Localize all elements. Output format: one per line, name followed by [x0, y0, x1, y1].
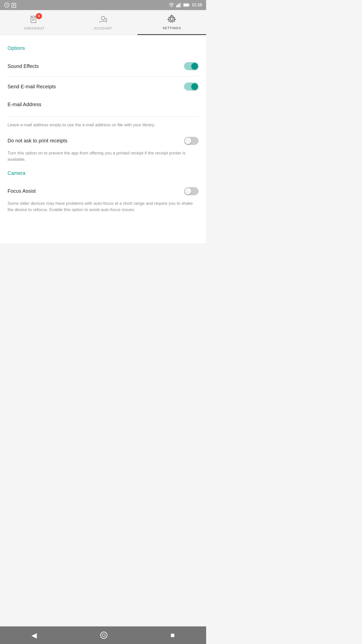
camera-section: Camera Focus Assist Some older devices m… — [8, 170, 199, 216]
email-receipts-toggle[interactable] — [184, 83, 199, 91]
status-bar: 11:15 — [0, 0, 206, 10]
settings-icon — [167, 14, 176, 25]
email-address-section: E-mail Address — [8, 97, 199, 117]
account-icon — [99, 15, 108, 25]
sim-icon — [12, 2, 16, 8]
account-label: ACCOUNT — [94, 26, 112, 30]
email-address-input[interactable] — [8, 109, 199, 117]
tab-settings[interactable]: SETTINGS — [138, 10, 206, 35]
svg-rect-10 — [180, 3, 181, 7]
sound-effects-label: Sound Effects — [8, 63, 39, 69]
focus-assist-thumb — [185, 188, 191, 194]
status-right-icons: 11:15 — [169, 3, 202, 7]
top-navigation: 4 CHECKOUT ACCOUNT SETTINGS — [0, 10, 206, 35]
focus-assist-row: Focus Assist — [8, 181, 199, 195]
print-receipts-row: Do not ask to print receipts — [8, 131, 199, 145]
tab-checkout[interactable]: 4 CHECKOUT — [0, 10, 69, 35]
svg-point-22 — [170, 17, 173, 20]
print-receipts-thumb — [185, 138, 191, 144]
signal-icon — [176, 3, 181, 7]
email-receipts-row: Send E-mail Receipts — [8, 76, 199, 97]
email-address-label: E-mail Address — [8, 102, 199, 107]
svg-rect-7 — [176, 5, 177, 7]
svg-rect-3 — [12, 3, 16, 8]
svg-point-6 — [171, 7, 172, 8]
alarm-icon — [4, 2, 10, 8]
print-receipts-toggle[interactable] — [184, 137, 199, 145]
svg-rect-13 — [184, 4, 189, 6]
email-receipts-label: Send E-mail Receipts — [8, 84, 56, 90]
print-receipts-hint: Turn this option on to prevent the app f… — [8, 145, 199, 165]
email-receipts-thumb — [191, 83, 198, 90]
focus-assist-hint: Some older devices may have problems wit… — [8, 195, 199, 216]
wifi-icon — [169, 3, 174, 7]
checkout-badge: 4 — [36, 13, 42, 19]
email-hint-text: Leave e-mail address empty to use the e-… — [8, 117, 199, 131]
svg-rect-12 — [189, 4, 190, 6]
svg-rect-9 — [179, 4, 180, 7]
camera-header: Camera — [8, 170, 199, 176]
checkout-icon: 4 — [30, 15, 39, 25]
svg-rect-15 — [32, 16, 35, 18]
settings-label: SETTINGS — [163, 26, 181, 30]
focus-assist-toggle[interactable] — [184, 187, 199, 195]
time-display: 11:15 — [192, 3, 202, 7]
sound-effects-row: Sound Effects — [8, 56, 199, 76]
settings-content: Options Sound Effects Send E-mail Receip… — [0, 35, 206, 243]
checkout-label: CHECKOUT — [24, 26, 44, 30]
svg-point-18 — [101, 16, 105, 20]
svg-rect-8 — [177, 4, 178, 7]
tab-account[interactable]: ACCOUNT — [69, 10, 137, 35]
svg-line-2 — [7, 5, 8, 6]
sound-effects-toggle[interactable] — [184, 62, 199, 70]
sound-effects-thumb — [191, 63, 198, 69]
status-left-icons — [4, 2, 16, 8]
print-receipts-label: Do not ask to print receipts — [8, 138, 67, 144]
battery-icon — [183, 3, 190, 7]
options-section: Options Sound Effects Send E-mail Receip… — [8, 45, 199, 97]
focus-assist-label: Focus Assist — [8, 188, 36, 194]
options-header: Options — [8, 45, 199, 51]
